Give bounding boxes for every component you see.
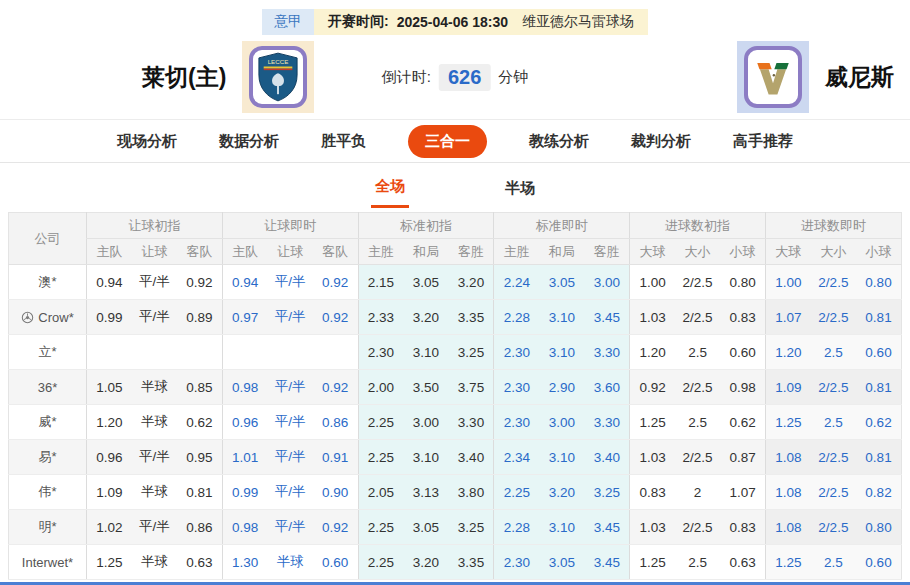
nav-tab-live-analysis[interactable]: 现场分析: [117, 132, 177, 151]
odds-cell-standard-live: 3.00: [539, 405, 584, 440]
odds-cell-goals-initial: 0.83: [720, 510, 765, 545]
away-team: 威尼斯: [737, 41, 894, 113]
company-cell: 伟*: [9, 475, 87, 510]
odds-cell-handicap-live: 0.96: [222, 405, 267, 440]
odds-cell-goals-initial: 2/2.5: [675, 440, 720, 475]
odds-cell-handicap-initial: 0.62: [177, 405, 222, 440]
odds-cell-goals-live: 2/2.5: [811, 510, 856, 545]
subtab-full-match[interactable]: 全场: [371, 171, 409, 208]
odds-cell-handicap-initial: 1.02: [87, 510, 132, 545]
odds-cell-handicap-live: 0.94: [222, 265, 267, 300]
nav-tab-referee-analysis[interactable]: 裁判分析: [631, 132, 691, 151]
header-handicap-initial-col-2: 客队: [177, 239, 222, 265]
odds-cell-goals-live: 0.81: [856, 300, 901, 335]
league-badge[interactable]: 意甲: [262, 9, 314, 35]
odds-cell-goals-live: 1.08: [765, 510, 810, 545]
header-group-standard-initial: 标准初指: [358, 213, 494, 239]
kickoff-label: 开赛时间:: [328, 13, 389, 31]
nav-tab-three-in-one[interactable]: 三合一: [408, 125, 487, 158]
odds-cell-handicap-initial: 1.05: [87, 370, 132, 405]
odds-cell-goals-live: 0.82: [856, 475, 901, 510]
odds-cell-goals-live: 2/2.5: [811, 440, 856, 475]
odds-cell-standard-initial: 2.25: [358, 510, 403, 545]
odds-cell-goals-initial: 1.03: [630, 300, 675, 335]
countdown-value: 626: [439, 64, 490, 91]
nav-tab-data-analysis[interactable]: 数据分析: [219, 132, 279, 151]
nav-tab-expert-picks[interactable]: 高手推荐: [733, 132, 793, 151]
odds-cell-standard-initial: 3.25: [449, 335, 494, 370]
header-group-standard-live: 标准即时: [494, 213, 630, 239]
nav-tab-win-draw-loss[interactable]: 胜平负: [321, 132, 366, 151]
odds-cell-standard-live: 3.05: [539, 545, 584, 580]
odds-cell-goals-live: 1.20: [765, 335, 810, 370]
odds-cell-standard-initial: 3.13: [403, 475, 448, 510]
odds-cell-goals-initial: 1.25: [630, 545, 675, 580]
odds-cell-handicap-live: 平/半: [268, 265, 313, 300]
odds-cell-handicap-live: [313, 335, 358, 370]
soccer-ball-icon: [21, 311, 34, 324]
odds-cell-handicap-initial: 1.25: [87, 545, 132, 580]
header-goals-live-col-0: 大球: [765, 239, 810, 265]
home-team-name: 莱切(主): [142, 62, 226, 93]
odds-cell-handicap-initial: 0.95: [177, 440, 222, 475]
odds-cell-goals-initial: 2/2.5: [675, 265, 720, 300]
odds-cell-handicap-live: 0.92: [313, 300, 358, 335]
odds-cell-goals-initial: 1.00: [630, 265, 675, 300]
odds-cell-standard-initial: 3.05: [403, 265, 448, 300]
odds-cell-handicap-live: 0.97: [222, 300, 267, 335]
odds-cell-handicap-live: 0.90: [313, 475, 358, 510]
odds-cell-standard-initial: 2.25: [358, 405, 403, 440]
odds-cell-handicap-initial: 0.81: [177, 475, 222, 510]
odds-cell-standard-initial: 3.10: [403, 440, 448, 475]
odds-cell-handicap-initial: 0.86: [177, 510, 222, 545]
odds-cell-goals-initial: 0.98: [720, 370, 765, 405]
odds-cell-goals-live: 1.09: [765, 370, 810, 405]
odds-cell-standard-live: 3.10: [539, 300, 584, 335]
odds-cell-standard-live: 2.30: [494, 370, 539, 405]
odds-cell-standard-live: 3.45: [584, 545, 629, 580]
odds-cell-handicap-initial: 0.99: [87, 300, 132, 335]
header-standard-live-col-2: 客胜: [584, 239, 629, 265]
odds-cell-handicap-live: 平/半: [268, 405, 313, 440]
odds-cell-standard-live: 3.30: [584, 405, 629, 440]
odds-cell-standard-live: 2.30: [494, 335, 539, 370]
odds-cell-handicap-initial: 0.89: [177, 300, 222, 335]
company-cell: 易*: [9, 440, 87, 475]
odds-cell-handicap-live: 0.98: [222, 370, 267, 405]
odds-cell-handicap-live: 0.99: [222, 475, 267, 510]
odds-cell-goals-initial: 2.5: [675, 545, 720, 580]
odds-cell-handicap-initial: 平/半: [132, 510, 177, 545]
odds-cell-standard-initial: 3.20: [403, 545, 448, 580]
odds-cell-handicap-initial: 0.96: [87, 440, 132, 475]
venue-name: 维亚德尔马雷球场: [522, 13, 634, 31]
odds-cell-goals-initial: 0.60: [720, 335, 765, 370]
odds-cell-goals-initial: 2/2.5: [675, 370, 720, 405]
countdown-label: 倒计时:: [382, 68, 431, 87]
nav-tab-coach-analysis[interactable]: 教练分析: [529, 132, 589, 151]
odds-cell-goals-initial: 0.83: [630, 475, 675, 510]
odds-cell-handicap-initial: 半球: [132, 370, 177, 405]
odds-cell-handicap-live: 平/半: [268, 300, 313, 335]
match-info-bar: 意甲 开赛时间: 2025-04-06 18:30 维亚德尔马雷球场: [0, 9, 910, 35]
odds-cell-standard-live: 3.10: [539, 335, 584, 370]
company-cell: 36*: [9, 370, 87, 405]
odds-cell-standard-initial: 3.75: [449, 370, 494, 405]
table-row: 36*1.05半球0.850.98平/半0.922.003.503.752.30…: [9, 370, 902, 405]
header-goals-initial-col-0: 大球: [630, 239, 675, 265]
odds-cell-handicap-live: 1.01: [222, 440, 267, 475]
odds-cell-goals-live: 2/2.5: [811, 370, 856, 405]
odds-cell-standard-initial: 3.10: [403, 335, 448, 370]
header-handicap-initial-col-1: 让球: [132, 239, 177, 265]
company-cell: 威*: [9, 405, 87, 440]
subtab-half-match[interactable]: 半场: [501, 173, 539, 207]
odds-cell-standard-initial: 3.00: [403, 405, 448, 440]
odds-cell-standard-initial: 2.25: [358, 545, 403, 580]
header-standard-live-col-1: 和局: [539, 239, 584, 265]
odds-cell-goals-live: 2.5: [811, 405, 856, 440]
odds-cell-goals-live: 0.80: [856, 265, 901, 300]
odds-cell-handicap-live: 平/半: [268, 440, 313, 475]
odds-cell-goals-live: 1.08: [765, 475, 810, 510]
countdown: 倒计时: 626 分钟: [382, 64, 529, 91]
subtabs: 全场半场: [0, 163, 910, 210]
odds-cell-handicap-initial: [132, 335, 177, 370]
